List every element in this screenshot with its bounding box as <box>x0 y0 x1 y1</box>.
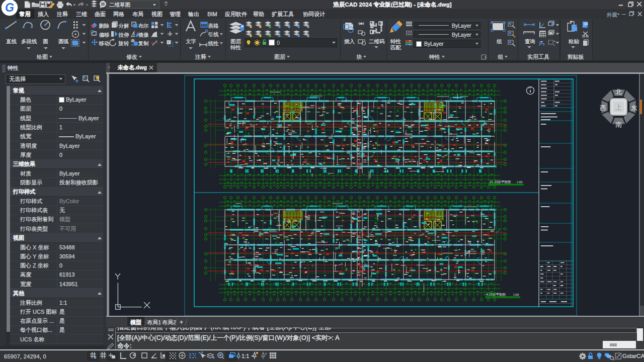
svg-text:西: 西 <box>600 105 606 112</box>
svg-text:北: 北 <box>615 88 622 96</box>
svg-text:上: 上 <box>615 103 622 111</box>
svg-text:1:100: 1:100 <box>517 181 523 184</box>
svg-text:1:100: 1:100 <box>513 294 519 296</box>
svg-text:南: 南 <box>615 121 622 128</box>
svg-text:东: 东 <box>631 105 637 112</box>
svg-text:21-33层平面图: 21-33层平面图 <box>490 180 511 184</box>
svg-text:G: G <box>5 1 14 14</box>
svg-text:4-20层平面图: 4-20层平面图 <box>486 293 506 296</box>
